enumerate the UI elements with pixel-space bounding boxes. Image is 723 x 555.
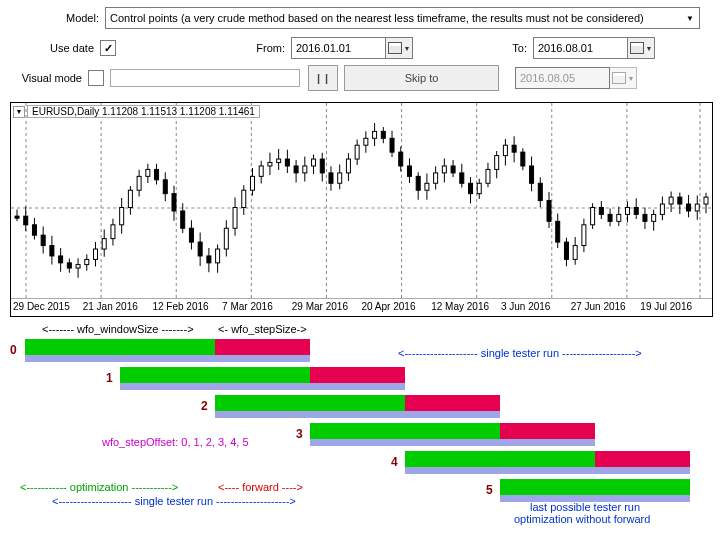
svg-rect-28	[85, 259, 89, 264]
candlestick-chart	[11, 103, 712, 298]
svg-rect-66	[250, 176, 254, 190]
x-tick: 21 Jan 2016	[83, 301, 153, 316]
svg-rect-70	[268, 163, 272, 166]
svg-rect-90	[355, 145, 359, 159]
svg-rect-112	[451, 166, 455, 173]
svg-rect-78	[303, 166, 307, 173]
svg-rect-148	[608, 214, 612, 221]
calendar-icon	[388, 42, 402, 54]
chevron-down-icon: ▼	[404, 45, 411, 52]
svg-rect-44	[155, 169, 159, 179]
svg-rect-26	[76, 265, 80, 268]
svg-rect-152	[625, 208, 629, 215]
chevron-down-icon: ▼	[685, 14, 695, 23]
svg-rect-108	[434, 173, 438, 183]
pause-button[interactable]: | |	[308, 65, 338, 91]
svg-rect-142	[582, 225, 586, 246]
last-possible-label: last possible tester run	[530, 501, 640, 513]
forward-label: <---- forward ---->	[218, 481, 303, 493]
svg-rect-82	[320, 159, 324, 173]
svg-rect-132	[538, 183, 542, 200]
svg-rect-20	[50, 246, 54, 256]
x-tick: 19 Jul 2016	[640, 301, 710, 316]
svg-rect-74	[285, 159, 289, 166]
svg-rect-38	[128, 190, 132, 207]
step-index-1: 1	[106, 371, 113, 385]
svg-rect-118	[477, 183, 481, 193]
x-tick: 12 May 2016	[431, 301, 501, 316]
chart-title: EURUSD,Daily 1.11208 1.11513 1.11208 1.1…	[27, 105, 260, 118]
svg-rect-124	[503, 145, 507, 155]
svg-rect-144	[591, 208, 595, 225]
svg-rect-40	[137, 176, 141, 190]
chart-panel[interactable]: ▼ EURUSD,Daily 1.11208 1.11513 1.11208 1…	[10, 102, 713, 317]
svg-rect-110	[442, 166, 446, 173]
svg-rect-36	[120, 208, 124, 225]
svg-rect-100	[399, 152, 403, 166]
svg-rect-32	[102, 239, 106, 249]
wfo-bar-0	[25, 339, 705, 367]
calendar-icon	[612, 72, 626, 84]
chart-x-axis: 29 Dec 201521 Jan 201612 Feb 20167 Mar 2…	[11, 298, 712, 316]
svg-rect-98	[390, 138, 394, 152]
svg-rect-104	[416, 176, 420, 190]
svg-rect-76	[294, 166, 298, 173]
svg-rect-138	[564, 242, 568, 259]
svg-rect-134	[547, 201, 551, 222]
svg-rect-80	[312, 159, 316, 166]
step-index-3: 3	[296, 427, 303, 441]
visual-mode-checkbox[interactable]	[88, 70, 104, 86]
svg-rect-46	[163, 180, 167, 194]
svg-rect-170	[704, 197, 708, 204]
x-tick: 12 Feb 2016	[152, 301, 222, 316]
svg-rect-146	[599, 208, 603, 215]
step-index-5: 5	[486, 483, 493, 497]
model-label: Model:	[10, 12, 105, 24]
use-date-checkbox[interactable]: ✓	[100, 40, 116, 56]
svg-rect-34	[111, 225, 115, 239]
svg-rect-58	[216, 249, 220, 263]
to-date-input[interactable]: 2016.08.01	[533, 37, 628, 59]
x-tick: 29 Dec 2015	[13, 301, 83, 316]
svg-rect-122	[495, 156, 499, 170]
svg-rect-158	[652, 214, 656, 221]
from-label: From:	[251, 42, 291, 54]
svg-rect-102	[407, 166, 411, 176]
svg-rect-128	[521, 152, 525, 166]
progress-bar	[110, 69, 300, 87]
svg-rect-54	[198, 242, 202, 256]
chart-collapse-icon[interactable]: ▼	[13, 106, 25, 118]
svg-rect-22	[59, 256, 63, 263]
svg-rect-106	[425, 183, 429, 190]
x-tick: 29 Mar 2016	[292, 301, 362, 316]
opt-without-fwd-label: optimization without forward	[514, 513, 650, 525]
use-date-label: Use date	[10, 42, 100, 54]
svg-rect-14	[24, 216, 28, 225]
chevron-down-icon: ▼	[646, 45, 653, 52]
svg-rect-116	[469, 183, 473, 193]
svg-rect-48	[172, 194, 176, 211]
svg-rect-160	[660, 204, 664, 214]
svg-rect-86	[338, 173, 342, 183]
svg-rect-94	[373, 131, 377, 138]
svg-rect-30	[93, 249, 97, 259]
skip-to-button[interactable]: Skip to	[344, 65, 499, 91]
to-label: To:	[503, 42, 533, 54]
svg-rect-140	[573, 246, 577, 260]
from-date-input[interactable]: 2016.01.01	[291, 37, 386, 59]
from-date-picker[interactable]: ▼	[385, 37, 413, 59]
svg-rect-72	[277, 159, 281, 162]
svg-rect-162	[669, 197, 673, 204]
svg-rect-156	[643, 214, 647, 221]
svg-rect-18	[41, 235, 45, 245]
svg-rect-164	[678, 197, 682, 204]
x-tick: 7 Mar 2016	[222, 301, 292, 316]
svg-rect-168	[695, 204, 699, 211]
svg-rect-166	[687, 204, 691, 211]
svg-rect-56	[207, 256, 211, 263]
model-dropdown[interactable]: Control points (a very crude method base…	[105, 7, 700, 29]
svg-rect-114	[460, 173, 464, 183]
visual-mode-label: Visual mode	[10, 72, 88, 84]
svg-rect-92	[364, 138, 368, 145]
to-date-picker[interactable]: ▼	[627, 37, 655, 59]
